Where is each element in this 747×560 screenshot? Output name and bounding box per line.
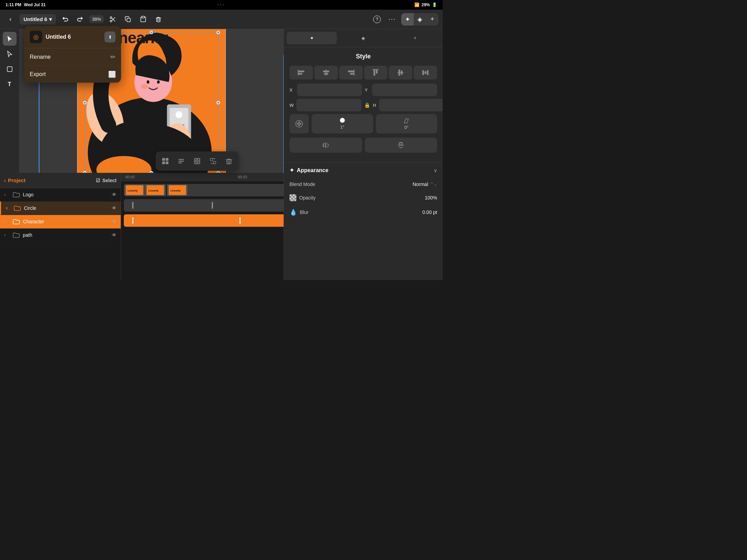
blur-label: 💧 Blur — [289, 208, 422, 216]
text-tool-btn[interactable]: T — [3, 77, 17, 91]
layers-panel-tab[interactable]: ◈ — [338, 32, 388, 44]
y-input[interactable]: 147.53 px — [372, 84, 437, 96]
svg-rect-37 — [197, 158, 200, 161]
flip-v-btn[interactable] — [365, 138, 437, 153]
ctx-rename-item[interactable]: Rename ✏ — [24, 48, 121, 66]
project-back-btn[interactable]: ‹ Project — [4, 177, 26, 183]
help-button[interactable]: ? — [371, 13, 383, 26]
layer-item-character[interactable]: › Character 👁 — [0, 215, 121, 228]
left-tool-panel: T — [0, 29, 19, 173]
dropdown-arrow-icon: ▾ — [49, 16, 52, 22]
checkbox-icon: ☑ — [96, 178, 100, 183]
char-keyframe-1 — [132, 217, 133, 224]
track-thumb-1: Linearity — [124, 185, 145, 196]
float-group-btn[interactable] — [190, 153, 205, 169]
align-top-btn[interactable] — [364, 66, 388, 80]
shape-tool-icon — [6, 66, 13, 73]
undo-button[interactable] — [59, 13, 71, 26]
delete-button[interactable] — [152, 13, 165, 26]
svg-rect-6 — [142, 16, 145, 18]
style-section: Style — [284, 47, 443, 162]
align-right-btn[interactable] — [339, 66, 363, 80]
opacity-checker-icon — [289, 194, 296, 201]
distribute-btn[interactable] — [414, 66, 437, 80]
back-button[interactable]: ‹ — [4, 13, 17, 26]
right-panel-tabs-toolbar: ✦ ◈ + — [401, 13, 439, 26]
project-title-btn[interactable]: Untitled 6 ▾ — [19, 14, 56, 25]
more-button[interactable]: ··· — [386, 13, 398, 26]
expand-icon-logo: › — [4, 192, 10, 197]
appearance-icon: ✦ — [289, 167, 294, 174]
w-input[interactable]: 1573.42 px — [296, 99, 361, 111]
project-title-text: Untitled 6 — [24, 16, 47, 22]
zoom-badge[interactable]: 38% — [89, 15, 104, 23]
svg-rect-57 — [298, 73, 302, 75]
layer-name-circle: Circle — [24, 205, 109, 211]
opacity-value[interactable]: 100% — [425, 195, 437, 200]
redo-button[interactable] — [74, 13, 86, 26]
svg-rect-34 — [178, 161, 184, 162]
blur-value[interactable]: 0.00 pt — [422, 209, 437, 215]
blend-mode-row: Blend Mode Normal ⌃⌄ — [284, 178, 443, 190]
svg-rect-45 — [227, 160, 231, 164]
text-tool-icon: T — [8, 81, 11, 87]
select-btn[interactable]: ☑ Select — [96, 178, 117, 183]
svg-rect-62 — [348, 71, 354, 72]
direct-select-tool-btn[interactable] — [3, 47, 17, 61]
ruler-mark-0: 00:00 — [124, 175, 203, 179]
appearance-title: ✦ Appearance — [289, 167, 434, 174]
float-grid-btn[interactable] — [158, 153, 173, 169]
flip-h-btn[interactable] — [289, 138, 362, 153]
shape-tool-btn[interactable] — [3, 62, 17, 76]
keyframe-1 — [132, 202, 133, 209]
add-panel-tab[interactable]: ＋ — [390, 32, 440, 44]
layers-header: ‹ Project ☑ Select — [0, 173, 121, 188]
layers-panel-btn[interactable]: ◈ — [414, 13, 426, 26]
eye-icon-character[interactable]: 👁 — [112, 219, 117, 224]
svg-point-17 — [157, 80, 160, 84]
h-input[interactable]: 1608.34 px — [379, 99, 443, 111]
svg-rect-65 — [374, 69, 375, 76]
ruler-mark-2: 00:02 — [203, 175, 282, 179]
lock-icon[interactable]: 🔒 — [364, 101, 370, 109]
layers-tab-icon: ◈ — [361, 35, 365, 41]
move-btn[interactable] — [289, 114, 309, 133]
x-input[interactable]: 41.71 px — [297, 84, 362, 96]
ctx-title: Untitled 6 — [46, 34, 101, 40]
ctx-export-item[interactable]: Export ⬜ — [24, 66, 121, 83]
svg-point-24 — [176, 111, 183, 118]
layer-item-path[interactable]: › path 👁 — [0, 228, 121, 242]
style-panel-tab[interactable]: ✦ — [287, 32, 337, 44]
eye-icon-circle[interactable]: 👁 — [112, 205, 117, 211]
float-align-btn[interactable] — [174, 153, 189, 169]
appearance-section-header[interactable]: ✦ Appearance ∨ — [284, 162, 443, 178]
blend-mode-value[interactable]: Normal ⌃⌄ — [413, 181, 437, 187]
opacity-label: Opacity — [289, 194, 425, 201]
float-ungroup-btn[interactable] — [205, 153, 221, 169]
layer-item-circle[interactable]: ∨ Circle 👁 — [0, 202, 121, 215]
paste-button[interactable] — [137, 13, 149, 26]
eye-icon-logo[interactable]: 👁 — [112, 192, 117, 197]
align-center-v-btn[interactable] — [389, 66, 412, 80]
svg-point-1 — [110, 17, 112, 18]
ctx-share-button[interactable]: ⬆ — [104, 31, 116, 43]
add-panel-btn[interactable]: + — [426, 13, 439, 26]
cut-button[interactable] — [107, 13, 119, 26]
select-tool-icon — [6, 35, 13, 42]
blend-mode-label: Blend Mode — [289, 181, 413, 187]
share-icon: ⬆ — [108, 35, 112, 40]
layer-item-logo[interactable]: › Logo 👁 — [0, 188, 121, 202]
float-delete-btn[interactable] — [221, 153, 237, 169]
undo-icon — [62, 16, 68, 23]
align-left-btn[interactable] — [289, 66, 313, 80]
svg-point-16 — [147, 80, 149, 84]
floating-toolbar — [156, 151, 239, 171]
copy-button[interactable] — [122, 13, 134, 26]
style-panel-btn[interactable]: ✦ — [401, 13, 414, 26]
export-icon: ⬜ — [109, 71, 116, 78]
eye-icon-path[interactable]: 👁 — [112, 232, 117, 238]
align-center-h-btn[interactable] — [314, 66, 338, 80]
select-tool-btn[interactable] — [3, 32, 17, 46]
svg-rect-73 — [427, 70, 428, 75]
opacity-row: Opacity 100% — [284, 190, 443, 205]
